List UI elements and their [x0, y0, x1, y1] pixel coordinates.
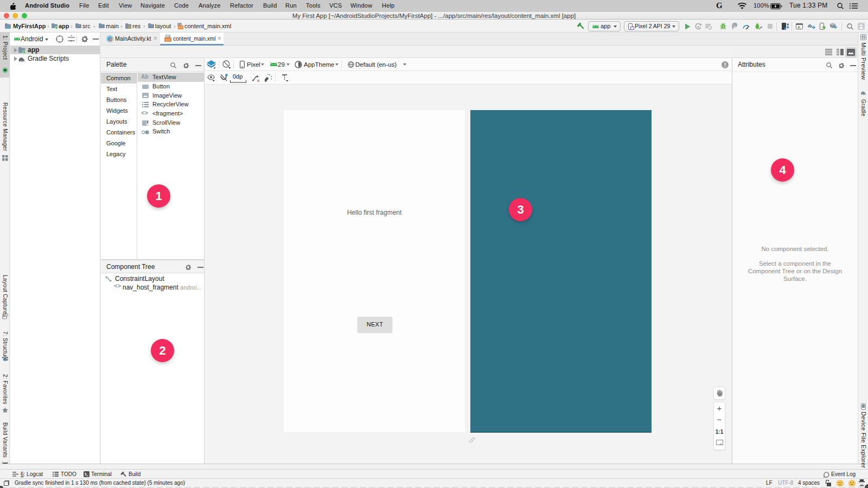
- svg-text:x: x: [257, 78, 260, 82]
- svg-text:<>: <>: [178, 25, 183, 29]
- svg-text:<>: <>: [165, 38, 170, 42]
